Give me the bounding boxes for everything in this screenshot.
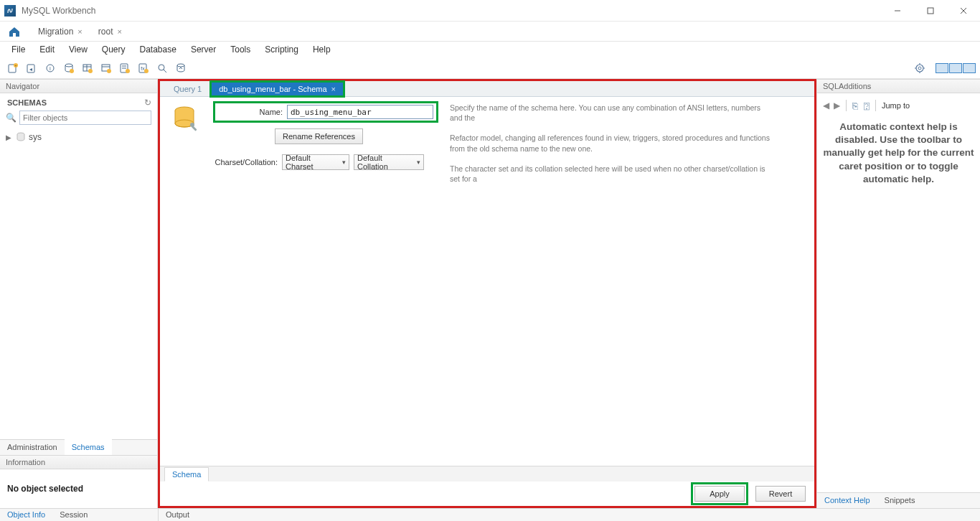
jump-to-label[interactable]: Jump to [882,101,910,110]
toolbar-open-sql-icon[interactable] [23,60,40,77]
refresh-icon[interactable]: ↻ [144,98,151,108]
svg-rect-7 [27,65,34,72]
schema-tree-item[interactable]: ▶ sys [6,131,151,144]
navigator-panel: Navigator SCHEMAS ↻ 🔍 ▶ sys Administrati… [0,79,158,508]
toolbar-reconnect-icon[interactable] [172,60,189,77]
toolbar-create-schema-icon[interactable] [60,60,77,77]
tab-schemas[interactable]: Schemas [65,439,112,455]
menu-database[interactable]: Database [133,43,184,56]
svg-line-27 [164,70,166,72]
collation-dropdown[interactable]: Default Collation▾ [354,154,424,170]
svg-point-29 [916,65,923,72]
editor-panel: Query 1 db_using_menu_bar - Schema× Name… [158,79,816,508]
menu-query[interactable]: Query [95,43,133,56]
revert-button[interactable]: Revert [755,486,806,502]
svg-rect-1 [928,8,933,14]
menu-scripting[interactable]: Scripting [258,43,306,56]
charset-label: Charset/Collation: [184,158,278,166]
tab-schema-editor[interactable]: db_using_menu_bar - Schema× [211,82,344,96]
forward-icon[interactable]: ▶ [834,100,840,111]
toolbar-new-sql-tab-icon[interactable]: + [4,60,22,77]
information-header: Information [0,455,157,469]
primary-tab-migration[interactable]: Migration× [32,24,89,39]
chevron-down-icon: ▾ [342,159,346,166]
toolbar-create-table-icon[interactable] [79,60,96,77]
toggle-bottom-panel[interactable] [949,63,962,73]
tab-label: Query 1 [174,85,202,93]
sql-additions-header: SQLAdditions [817,79,980,93]
toggle-right-panel[interactable] [963,63,976,73]
minimize-button[interactable] [881,0,914,22]
auto-help-icon[interactable]: ⍰ [864,100,870,111]
help-column: Specify the name of the schema here. You… [444,101,810,184]
editor-tabs: Query 1 db_using_menu_bar - Schema× [160,81,814,97]
titlebar: MySQL Workbench [0,0,980,22]
close-icon[interactable]: × [77,27,82,36]
primary-tab-label: Migration [38,27,73,37]
toolbar-create-function-icon[interactable]: fx [135,60,152,77]
statusbar: Object Info Session Output [0,508,980,521]
name-label: Name: [218,108,283,116]
apply-button[interactable]: Apply [694,486,745,502]
svg-point-26 [159,65,164,70]
menu-server[interactable]: Server [184,43,223,56]
svg-point-10 [65,64,72,67]
svg-point-22 [126,69,130,73]
menu-file[interactable]: File [4,43,32,56]
close-icon[interactable]: × [117,27,121,36]
gear-icon[interactable] [911,60,928,77]
filter-objects-input[interactable] [19,111,151,125]
close-button[interactable] [947,0,980,22]
status-left-tabs: Object Info Session [0,509,158,521]
sqla-toolbar: ◀▶ ⎘ ⍰ Jump to [823,98,974,113]
apply-highlight: Apply [691,482,748,505]
primary-tabs: Migration× root× [0,22,980,42]
toggle-left-panel[interactable] [936,63,948,73]
toolbar-create-view-icon[interactable] [98,60,115,77]
home-icon[interactable] [6,24,23,39]
menu-help[interactable]: Help [306,43,338,56]
context-help-message: Automatic context help is disabled. Use … [823,119,974,187]
dropdown-value: Default Collation [357,154,414,171]
back-icon[interactable]: ◀ [823,100,829,111]
menu-view[interactable]: View [62,43,95,56]
charset-dropdown[interactable]: Default Charset▾ [282,154,349,170]
maximize-button[interactable] [914,0,947,22]
tab-schema[interactable]: Schema [164,467,209,482]
tab-query1[interactable]: Query 1 [166,82,209,96]
output-label: Output [158,509,197,521]
svg-point-11 [70,69,74,73]
tab-object-info[interactable]: Object Info [0,509,52,521]
svg-point-30 [918,67,921,70]
menu-edit[interactable]: Edit [32,43,62,56]
chevron-down-icon: ▾ [417,159,420,166]
toolbar-create-procedure-icon[interactable] [116,60,133,77]
schema-tree: ▶ sys [0,129,157,145]
app-icon [4,5,16,17]
tab-snippets[interactable]: Snippets [877,493,923,508]
primary-tab-root[interactable]: root× [92,24,128,39]
caret-icon[interactable]: ▶ [6,133,13,141]
svg-text:i: i [50,65,51,72]
right-bottom-tabs: Context Help Snippets [817,492,980,508]
help-name: Specify the name of the schema here. You… [450,103,774,123]
tab-context-help[interactable]: Context Help [817,493,877,508]
tab-session[interactable]: Session [52,509,95,521]
svg-point-28 [177,64,184,67]
main: Navigator SCHEMAS ↻ 🔍 ▶ sys Administrati… [0,79,980,508]
information-body: No object selected [0,469,157,508]
tab-administration[interactable]: Administration [0,440,65,455]
menu-tools[interactable]: Tools [223,43,258,56]
navigator-header: Navigator [0,79,157,93]
toolbar-search-icon[interactable] [154,60,171,77]
app-title: MySQL Workbench [22,6,95,16]
schema-name-input[interactable] [287,105,433,119]
apply-bar: Apply Revert [160,482,814,506]
window-controls [881,0,980,22]
close-icon[interactable]: × [331,85,336,93]
toolbar-inspector-icon[interactable]: i [42,60,59,77]
manual-help-icon[interactable]: ⎘ [852,100,858,111]
name-row-highlight: Name: [213,101,438,123]
svg-point-15 [88,69,93,73]
rename-references-button[interactable]: Rename References [275,128,363,144]
